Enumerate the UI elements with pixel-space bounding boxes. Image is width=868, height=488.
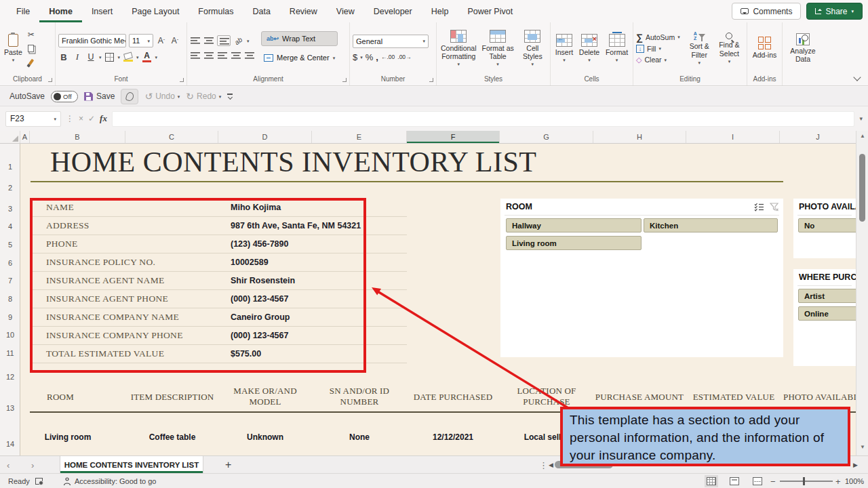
dialog-launcher-icon[interactable] xyxy=(180,78,184,82)
column-header-h[interactable]: H xyxy=(593,131,686,143)
increase-indent-icon[interactable] xyxy=(244,50,255,61)
vertical-scroll-thumb[interactable] xyxy=(859,154,865,222)
dialog-launcher-icon[interactable] xyxy=(429,78,433,82)
column-header-d[interactable]: D xyxy=(218,131,312,143)
chevron-down-icon[interactable]: ▾ xyxy=(136,55,139,60)
align-right-icon[interactable] xyxy=(217,50,228,61)
dialog-launcher-icon[interactable] xyxy=(48,78,52,82)
scroll-up-icon[interactable]: ▲ xyxy=(856,133,868,139)
row-header[interactable]: 1 xyxy=(0,162,20,171)
column-header-c[interactable]: C xyxy=(125,131,218,143)
percent-format-icon[interactable]: % xyxy=(366,52,374,62)
normal-view-button[interactable] xyxy=(707,474,716,488)
sort-filter-button[interactable]: AZ Sort & Filter ▾ xyxy=(686,30,713,65)
tab-split-handle[interactable]: ⋮ xyxy=(539,456,548,474)
chevron-down-icon[interactable]: ▾ xyxy=(247,39,250,43)
formula-input[interactable] xyxy=(112,111,855,127)
save-button[interactable]: Save xyxy=(84,92,115,101)
currency-format-icon[interactable]: $ xyxy=(353,52,357,62)
scroll-down-icon[interactable]: ▼ xyxy=(856,444,868,450)
zoom-slider-track[interactable] xyxy=(780,481,833,482)
decrease-decimal-icon[interactable]: .00→ xyxy=(397,54,411,60)
cell-room[interactable]: Living room xyxy=(17,432,119,442)
tab-help[interactable]: Help xyxy=(422,0,458,22)
font-color-icon[interactable]: A xyxy=(142,52,153,62)
increase-font-size-icon[interactable]: Aˆ xyxy=(156,35,167,46)
tab-formulas[interactable]: Formulas xyxy=(189,0,243,22)
column-header-e[interactable]: E xyxy=(312,131,407,143)
align-bottom-icon[interactable] xyxy=(217,35,231,46)
row-header[interactable]: 9 xyxy=(0,312,20,322)
slicer-item-online[interactable]: Online xyxy=(798,306,856,321)
chevron-down-icon[interactable]: ▾ xyxy=(360,55,363,60)
page-break-view-button[interactable] xyxy=(753,474,762,488)
italic-button[interactable]: I xyxy=(72,52,83,62)
row-header[interactable]: 8 xyxy=(0,294,20,304)
column-header-j[interactable]: J xyxy=(780,131,856,143)
tab-data[interactable]: Data xyxy=(243,0,279,22)
addins-button[interactable]: Add-ins xyxy=(751,36,778,60)
copy-icon[interactable] xyxy=(26,43,37,54)
autosum-button[interactable]: ∑AutoSum▾ xyxy=(636,33,680,42)
bold-button[interactable]: B xyxy=(58,52,69,62)
cancel-icon[interactable]: × xyxy=(79,114,83,123)
align-top-icon[interactable] xyxy=(190,35,201,46)
zoom-in-button[interactable]: + xyxy=(835,474,841,488)
font-size-select[interactable]: 11▾ xyxy=(129,34,153,47)
prev-sheet-icon[interactable]: ‹ xyxy=(7,456,9,474)
name-box[interactable]: F23▾ xyxy=(5,111,61,127)
cell-styles-button[interactable]: Cell Styles ▾ xyxy=(518,29,547,67)
expand-formula-bar-icon[interactable]: ▾ xyxy=(859,115,863,122)
row-header[interactable]: 2 xyxy=(0,183,20,192)
clear-filter-icon[interactable] xyxy=(770,203,779,211)
paste-button[interactable]: Paste ▾ xyxy=(3,33,24,63)
slicer-item-kitchen[interactable]: Kitchen xyxy=(644,218,778,232)
comments-button[interactable]: Comments xyxy=(732,3,801,20)
column-header-g[interactable]: G xyxy=(500,131,593,143)
cut-icon[interactable]: ✂ xyxy=(26,29,37,40)
tab-power-pivot[interactable]: Power Pivot xyxy=(458,0,522,22)
find-select-button[interactable]: Find & Select ▾ xyxy=(715,32,744,64)
chevron-down-icon[interactable]: ▾ xyxy=(155,55,158,60)
select-all-corner[interactable] xyxy=(0,131,20,143)
column-header-a[interactable]: A xyxy=(20,131,30,143)
fill-button[interactable]: ↓Fill▾ xyxy=(636,45,680,53)
insert-cells-button[interactable]: Insert ▾ xyxy=(554,33,574,63)
column-header-f[interactable]: F xyxy=(407,131,500,143)
row-header[interactable]: 10 xyxy=(0,330,20,340)
slicer-item-hallway[interactable]: Hallway xyxy=(506,218,642,232)
borders-icon[interactable] xyxy=(104,52,115,62)
merge-center-button[interactable]: Merge & Center ▾ xyxy=(261,50,338,65)
vertical-scrollbar[interactable]: ▲ ▼ xyxy=(856,131,868,455)
page-layout-view-button[interactable] xyxy=(730,474,739,488)
cell-sn[interactable]: None xyxy=(309,432,410,442)
dialog-launcher-icon[interactable] xyxy=(342,78,347,82)
chevron-down-icon[interactable]: ▾ xyxy=(99,55,102,60)
orientation-icon[interactable]: ab xyxy=(233,35,244,46)
cell-date[interactable]: 12/12/2021 xyxy=(402,432,504,442)
format-cells-button[interactable]: Format ▾ xyxy=(604,33,629,63)
redo-button[interactable]: ↻Redo▾ xyxy=(186,91,221,102)
add-sheet-icon[interactable]: + xyxy=(225,456,231,474)
decrease-font-size-icon[interactable]: Aˇ xyxy=(170,35,180,46)
increase-decimal-icon[interactable]: ←.00 xyxy=(381,54,395,60)
fill-color-icon[interactable] xyxy=(123,52,134,62)
sheet-tab[interactable]: HOME CONTENTS INVENTORY LIST xyxy=(60,456,203,473)
cell-make[interactable]: Unknown xyxy=(214,432,316,442)
decrease-indent-icon[interactable] xyxy=(231,50,241,61)
lasso-select-button[interactable] xyxy=(121,89,138,104)
analyze-data-button[interactable]: Analyze Data xyxy=(785,33,821,64)
zoom-slider-handle[interactable] xyxy=(803,477,805,485)
macro-record-icon[interactable] xyxy=(35,474,43,488)
column-header-b[interactable]: B xyxy=(30,131,125,143)
tab-view[interactable]: View xyxy=(327,0,364,22)
tab-home[interactable]: Home xyxy=(39,0,82,22)
slicer-item-no[interactable]: No xyxy=(798,218,856,232)
tab-insert[interactable]: Insert xyxy=(82,0,122,22)
scroll-right-icon[interactable]: ▶ xyxy=(853,456,858,474)
collapse-ribbon-icon[interactable] xyxy=(853,73,861,81)
row-header[interactable]: 4 xyxy=(0,222,20,231)
row-header[interactable]: 6 xyxy=(0,258,20,268)
row-header[interactable]: 3 xyxy=(0,204,20,214)
format-as-table-button[interactable]: Format as Table ▾ xyxy=(480,29,516,67)
